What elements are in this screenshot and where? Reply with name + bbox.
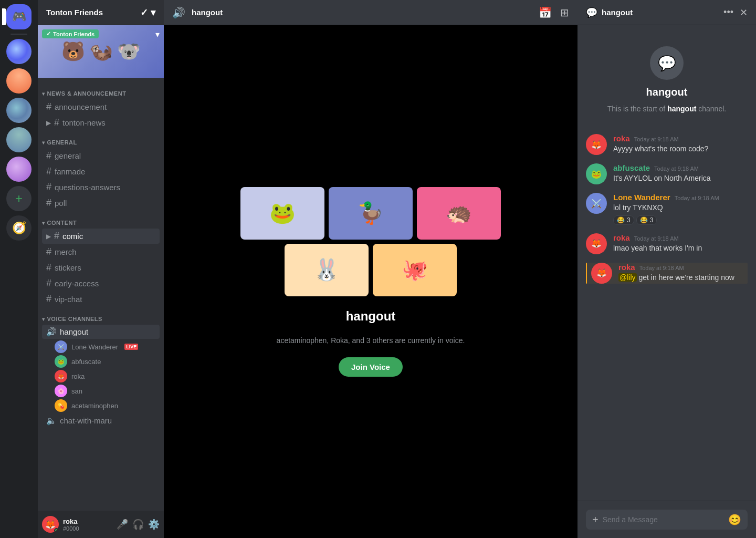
user-controls: 🎤 🎧 ⚙️ — [117, 519, 160, 530]
channel-name: tonton-news — [62, 118, 106, 127]
category-content[interactable]: ▾ CONTENT — [38, 211, 164, 228]
username: roka — [63, 518, 112, 525]
reaction-emoji: 😂 — [617, 216, 625, 224]
grid-icon[interactable]: ⊞ — [560, 6, 569, 19]
voice-user-roka[interactable]: 🦊 roka — [38, 369, 164, 384]
voice-channel-name: chat-with-maru — [60, 416, 112, 425]
channel-name: general — [55, 151, 81, 160]
add-attachment-icon[interactable]: + — [592, 514, 598, 526]
calendar-icon[interactable]: 📅 — [539, 6, 552, 19]
voice-user-avatar: 🦊 — [55, 370, 67, 382]
message-body: roka Today at 9:18 AM Ayyyy what's the r… — [613, 134, 708, 154]
channel-name: merch — [55, 247, 77, 256]
hash-icon: # — [46, 198, 51, 209]
server-list: 🎮 + 🧭 — [0, 0, 38, 538]
channel-general[interactable]: # general — [42, 148, 160, 163]
reaction-2[interactable]: 😂 3 — [636, 215, 657, 225]
emoji-picker-icon[interactable]: 😊 — [728, 513, 741, 526]
message-input[interactable] — [603, 510, 724, 530]
tile-avatar: 🐸 — [269, 201, 296, 225]
voice-user-name: acetaminophen — [71, 402, 118, 410]
channel-vip-chat[interactable]: # vip-chat — [42, 292, 160, 307]
category-news[interactable]: ▾ NEWS & ANNOUNCEMENT — [38, 82, 164, 99]
video-tile-5: 🐙 — [373, 244, 457, 296]
category-arrow: ▾ — [42, 91, 45, 97]
panel-icons: ••• ✕ — [723, 7, 748, 18]
reaction-1[interactable]: 😂 3 — [613, 215, 634, 225]
voice-user-lone-wanderer[interactable]: ⚔️ Lone Wanderer LIVE — [38, 339, 164, 354]
video-tile-4: 🐰 — [285, 244, 369, 296]
category-arrow: ▾ — [42, 316, 45, 322]
hash-icon: # — [46, 166, 51, 177]
add-server-button[interactable]: + — [6, 186, 32, 211]
channel-stickers[interactable]: # stickers — [42, 260, 160, 275]
channel-tonton-news[interactable]: ▶ # tonton-news — [42, 115, 160, 130]
voice-user-avatar: 💊 — [55, 399, 67, 412]
message: ⚔️ Lone Wanderer Today at 9:18 AM lol tr… — [586, 193, 748, 225]
tile-avatar: 🐰 — [313, 257, 340, 282]
category-voice[interactable]: ▾ VOICE CHANNELS — [38, 307, 164, 324]
headphone-icon[interactable]: 🎧 — [132, 519, 144, 530]
message-body: roka Today at 9:18 AM lmao yeah that wor… — [613, 233, 702, 254]
voice-channel-chat-with-maru[interactable]: 🔈 chat-with-maru — [42, 413, 160, 428]
server-icon-explore[interactable]: 🧭 — [6, 215, 32, 241]
message-avatar: 🦊 — [586, 134, 607, 155]
server-icon-discord[interactable]: 🎮 — [6, 4, 32, 29]
message-body: roka Today at 9:18 AM @lily get in here … — [618, 263, 734, 283]
server-icon-1[interactable] — [6, 39, 32, 64]
message-body: abfuscate Today at 9:18 AM It's AYYLOL o… — [613, 163, 711, 184]
voice-user-san[interactable]: 🌸 san — [38, 384, 164, 398]
server-icon-3[interactable] — [6, 98, 32, 123]
channel-header-name: hangout — [192, 8, 223, 17]
reaction-count: 3 — [627, 216, 631, 224]
channel-name: early-access — [55, 279, 99, 288]
microphone-icon[interactable]: 🎤 — [117, 519, 128, 530]
message-avatar: 🐸 — [586, 163, 607, 184]
channel-announcement[interactable]: # announcement — [42, 99, 160, 115]
user-tag: #0000 — [63, 525, 112, 532]
voice-user-abfuscate[interactable]: 🐸 abfuscate — [38, 354, 164, 369]
panel-channel-icon: 💬 — [586, 7, 597, 18]
video-tile-1: 🐸 — [240, 187, 324, 240]
user-info: roka #0000 — [63, 518, 112, 532]
channel-questions-answers[interactable]: # questions-answers — [42, 180, 160, 195]
tile-avatar: 🐙 — [402, 257, 428, 282]
server-header[interactable]: Tonton Friends ✓ ▾ — [38, 0, 164, 25]
channel-name: fanmade — [55, 167, 85, 176]
channel-info-desc: This is the start of hangout channel. — [607, 105, 726, 113]
channel-comic[interactable]: ▶ # comic — [42, 229, 160, 244]
server-name: Tonton Friends — [46, 8, 103, 17]
hash-icon: # — [46, 246, 51, 257]
message-author: Lone Wanderer — [613, 193, 670, 202]
settings-icon[interactable]: ⚙️ — [148, 519, 160, 530]
vc-title: hangout — [346, 309, 396, 324]
voice-user-avatar: ⚔️ — [55, 340, 67, 353]
voice-user-acetaminophen[interactable]: 💊 acetaminophen — [38, 398, 164, 413]
message-header: roka Today at 9:18 AM — [618, 263, 734, 272]
tile-avatar: 🦆 — [358, 201, 384, 225]
voice-channel-name: hangout — [60, 327, 88, 336]
join-voice-button[interactable]: Join Voice — [339, 357, 403, 377]
banner-chevron[interactable]: ▾ — [155, 29, 160, 39]
voice-channel-hangout[interactable]: 🔊 hangout — [42, 325, 160, 339]
server-icon-5[interactable] — [6, 157, 32, 182]
message-text: Ayyyy what's the room code? — [613, 144, 708, 154]
server-icon-4[interactable] — [6, 127, 32, 152]
voice-user-avatar: 🌸 — [55, 385, 67, 397]
category-general[interactable]: ▾ GENERAL — [38, 131, 164, 148]
message-time: Today at 9:18 AM — [675, 195, 719, 201]
video-tile-3: 🦔 — [417, 187, 501, 240]
message-text: @lily get in here we're starting now — [618, 273, 734, 283]
channel-merch[interactable]: # merch — [42, 244, 160, 260]
message-author: abfuscate — [613, 163, 650, 172]
channel-early-access[interactable]: # early-access — [42, 276, 160, 291]
server-icon-2[interactable] — [6, 68, 32, 94]
server-divider — [10, 34, 27, 35]
message-highlighted: 🦊 roka Today at 9:18 AM @lily get in her… — [586, 263, 748, 284]
channel-poll[interactable]: # poll — [42, 195, 160, 211]
mention: @lily — [618, 273, 637, 282]
header-icons: 📅 ⊞ — [539, 6, 569, 19]
more-options-icon[interactable]: ••• — [723, 7, 733, 18]
close-icon[interactable]: ✕ — [740, 7, 748, 18]
channel-fanmade[interactable]: # fanmade — [42, 164, 160, 179]
